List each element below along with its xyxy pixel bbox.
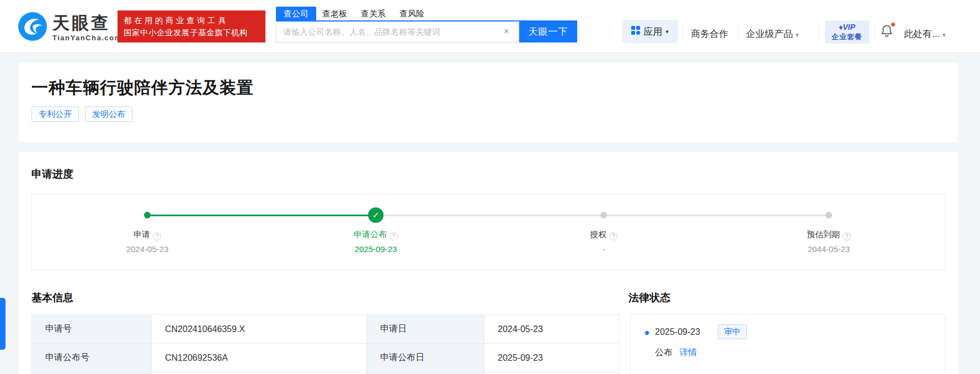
application-timeline: ✓ 申请? 2024-05-23 申请公布? 2025-09-23 授权? - … [31, 194, 945, 270]
tab-risk[interactable]: 查风险 [400, 7, 424, 20]
help-icon[interactable]: ? [153, 232, 161, 241]
logo-domain: TianYanCha.com [52, 34, 122, 42]
bell-icon [880, 30, 894, 39]
step-label: 申请公布 [354, 229, 387, 239]
chevron-down-icon: ▾ [796, 31, 799, 38]
slogan-line1: 都在用的商业查询工具 [124, 14, 259, 26]
enterprise-label: 企业级产品 [746, 29, 793, 39]
status-badge: 审中 [718, 324, 747, 339]
user-menu-label: 此处有... [904, 29, 940, 39]
divider [875, 26, 875, 38]
slogan-badge: 都在用的商业查询工具 国家中小企业发展子基金旗下机构 [118, 10, 265, 42]
step-label: 授权 [590, 229, 606, 239]
tab-boss[interactable]: 查老板 [322, 7, 347, 20]
help-icon[interactable]: ? [390, 232, 398, 241]
table-value: 2025-09-23 [484, 344, 619, 372]
table-label: 申请公布号 [32, 344, 152, 372]
tag-patent-public: 专利公开 [31, 106, 79, 122]
step-date: 2024-05-23 [87, 244, 208, 254]
vip-package-button[interactable]: ♦VIP 企业套餐 [825, 20, 869, 44]
help-icon[interactable]: ? [609, 232, 617, 241]
table-label: 申请号 [32, 315, 152, 344]
table-value: 2024-05-23 [484, 315, 619, 344]
nav-enterprise-product[interactable]: 企业级产品 ▾ [746, 28, 798, 40]
nav-business-cooperation[interactable]: 商务合作 [691, 28, 728, 40]
vip-sublabel: 企业套餐 [825, 32, 869, 41]
logo-title: 天眼查 [52, 14, 122, 32]
step-label: 申请 [134, 229, 150, 239]
apps-menu-button[interactable]: 应用 ▾ [622, 20, 678, 43]
tab-relation[interactable]: 查关系 [361, 7, 386, 20]
section-basic-info-heading: 基本信息 [31, 291, 73, 305]
user-menu[interactable]: 此处有... ▾ [904, 28, 945, 40]
notification-bell-button[interactable] [880, 23, 895, 39]
logo[interactable]: 天眼查 TianYanCha.com [18, 12, 122, 43]
patent-tags: 专利公开 发明公布 [31, 106, 132, 122]
vip-label: VIP [843, 23, 855, 31]
step-date: 2025-09-23 [315, 244, 436, 254]
legal-status-date: 2025-09-23 [655, 327, 700, 337]
tab-company[interactable]: 查公司 [276, 7, 316, 20]
legal-detail-link[interactable]: 详情 [679, 348, 697, 357]
header: 天眼查 TianYanCha.com 都在用的商业查询工具 国家中小企业发展子基… [0, 0, 980, 53]
logo-icon [18, 12, 47, 43]
apps-label: 应用 [643, 25, 662, 38]
slogan-line2: 国家中小企业发展子基金旗下机构 [124, 26, 259, 39]
chevron-down-icon: ▾ [665, 28, 669, 35]
timeline-step-publication: 申请公布? 2025-09-23 [315, 229, 436, 254]
patent-header-card: 一种车辆行驶陪伴方法及装置 专利公开 发明公布 [19, 62, 958, 142]
search-input[interactable] [276, 20, 519, 42]
divider [738, 26, 738, 38]
timeline-node-grant [600, 212, 607, 218]
search-button[interactable]: 天眼一下 [519, 20, 577, 42]
table-value: CN120692536A [152, 344, 367, 372]
search-tabs: 查公司 查老板 查关系 查风险 [276, 7, 438, 20]
patent-detail-card: 申请进度 ✓ 申请? 2024-05-23 申请公布? 2025-09-23 授… [19, 152, 958, 374]
table-label: 申请日 [367, 315, 484, 344]
timeline-step-expiry: 预估到期? 2044-05-23 [768, 229, 890, 254]
timeline-node-start [144, 212, 151, 218]
timeline-segment-done [147, 215, 376, 216]
legal-action: 公布 [655, 348, 673, 357]
divider [683, 26, 683, 38]
search-bar: × 天眼一下 [276, 20, 577, 42]
bullet-icon [645, 331, 649, 335]
timeline-step-grant: 授权? - [543, 229, 664, 254]
table-value: CN202410646359.X [152, 315, 367, 344]
help-icon[interactable]: ? [843, 232, 851, 241]
page-title: 一种车辆行驶陪伴方法及装置 [31, 77, 254, 99]
apps-grid-icon [631, 26, 640, 38]
notification-badge [891, 22, 896, 27]
step-date: - [543, 244, 664, 254]
divider [818, 26, 819, 38]
step-date: 2044-05-23 [768, 244, 890, 254]
legal-status-panel: 2025-09-23 审中 公布详情 [630, 314, 945, 374]
clear-icon[interactable]: × [501, 26, 512, 37]
chevron-down-icon: ▾ [942, 31, 946, 38]
basic-info-table: 申请号 CN202410646359.X 申请日 2024-05-23 申请公布… [31, 314, 619, 374]
timeline-node-check-icon: ✓ [368, 207, 384, 223]
timeline-node-expiry [825, 212, 832, 218]
tag-invention-publication: 发明公布 [85, 106, 132, 122]
section-legal-status-heading: 法律状态 [629, 291, 670, 305]
table-label: 申请公布日 [367, 344, 484, 372]
floating-side-tab[interactable] [0, 298, 6, 350]
timeline-step-apply: 申请? 2024-05-23 [87, 229, 208, 254]
step-label: 预估到期 [807, 229, 840, 239]
section-progress-heading: 申请进度 [31, 167, 73, 181]
